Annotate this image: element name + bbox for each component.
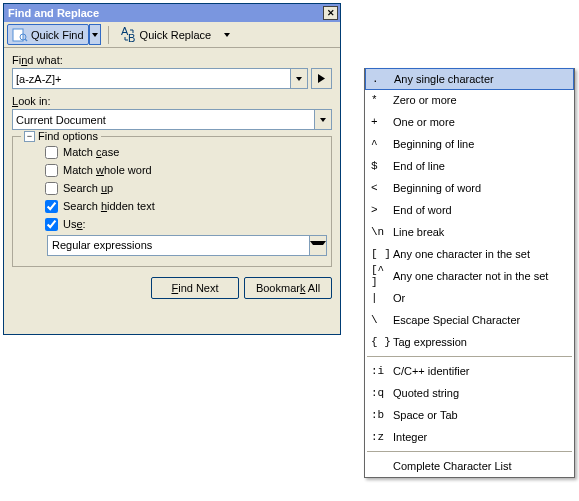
menu-complete-list[interactable]: Complete Character List (365, 455, 574, 477)
menu-label: Beginning of line (393, 138, 474, 150)
menu-item[interactable]: :iC/C++ identifier (365, 360, 574, 382)
menu-item[interactable]: <Beginning of word (365, 177, 574, 199)
find-next-button[interactable]: Find Next (151, 277, 239, 299)
quick-find-icon (12, 27, 28, 43)
quick-find-dropdown[interactable] (89, 24, 101, 45)
separator (108, 26, 109, 44)
menu-item[interactable]: +One or more (365, 111, 574, 133)
menu-label: One or more (393, 116, 455, 128)
menu-label: Zero or more (393, 94, 457, 106)
menu-item[interactable]: :bSpace or Tab (365, 404, 574, 426)
menu-symbol: :q (371, 387, 393, 399)
search-up-label: Search up (63, 182, 113, 194)
close-icon[interactable]: ✕ (323, 6, 338, 20)
search-up-checkbox[interactable] (45, 182, 58, 195)
chevron-down-icon (92, 33, 98, 37)
menu-symbol: $ (371, 160, 393, 172)
regex-menu: .Any single character*Zero or more+One o… (364, 68, 575, 478)
menu-item[interactable]: :zInteger (365, 426, 574, 448)
menu-symbol: [ ] (371, 248, 393, 260)
quick-replace-icon: AB (121, 27, 137, 43)
quick-replace-button[interactable]: AB Quick Replace (116, 24, 217, 45)
menu-label: Quoted string (393, 387, 459, 399)
menu-label: Any one character not in the set (393, 270, 548, 282)
find-replace-dialog: Find and Replace ✕ Quick Find AB Quick R… (3, 3, 341, 335)
svg-line-2 (25, 39, 27, 41)
menu-item[interactable]: [^ ]Any one character not in the set (365, 265, 574, 287)
menu-separator (367, 356, 572, 357)
use-checkbox[interactable] (45, 218, 58, 231)
menu-item[interactable]: \Escape Special Character (365, 309, 574, 331)
find-what-combo[interactable] (12, 68, 308, 89)
menu-label: Any one character in the set (393, 248, 530, 260)
quick-replace-dropdown[interactable] (220, 25, 232, 44)
find-what-label: Find what: (12, 54, 332, 66)
quick-find-label: Quick Find (31, 29, 84, 41)
menu-item[interactable]: ^Beginning of line (365, 133, 574, 155)
menu-symbol: < (371, 182, 393, 194)
expression-builder-button[interactable] (311, 68, 332, 89)
quick-replace-label: Quick Replace (140, 29, 212, 41)
menu-label: End of word (393, 204, 452, 216)
menu-label: Beginning of word (393, 182, 481, 194)
svg-text:B: B (128, 32, 135, 43)
look-in-dropdown[interactable] (314, 110, 331, 129)
menu-symbol: [^ ] (371, 264, 393, 288)
menu-symbol: \n (371, 226, 393, 238)
menu-item[interactable]: $End of line (365, 155, 574, 177)
use-type-value: Regular expressions (48, 236, 309, 255)
menu-symbol: | (371, 292, 393, 304)
search-hidden-checkbox[interactable] (45, 200, 58, 213)
menu-label: Space or Tab (393, 409, 458, 421)
find-what-input[interactable] (13, 69, 290, 88)
menu-symbol: . (372, 73, 394, 85)
menu-symbol: * (371, 94, 393, 106)
use-label: Use: (63, 218, 86, 230)
menu-item[interactable]: [ ]Any one character in the set (365, 243, 574, 265)
chevron-down-icon (310, 241, 326, 251)
menu-item[interactable]: { }Tag expression (365, 331, 574, 353)
use-type-dropdown[interactable] (309, 236, 326, 255)
menu-symbol: :i (371, 365, 393, 377)
play-icon (317, 74, 326, 83)
use-type-combo[interactable]: Regular expressions (47, 235, 327, 256)
look-in-input[interactable] (13, 110, 314, 129)
collapse-icon[interactable]: − (24, 131, 35, 142)
look-in-combo[interactable] (12, 109, 332, 130)
menu-symbol: { } (371, 336, 393, 348)
menu-label: Line break (393, 226, 444, 238)
menu-item[interactable]: \nLine break (365, 221, 574, 243)
find-options-group: − Find options Match case Match whole wo… (12, 136, 332, 267)
menu-symbol: :z (371, 431, 393, 443)
menu-symbol: ^ (371, 138, 393, 150)
chevron-down-icon (296, 77, 302, 81)
chevron-down-icon (320, 118, 326, 122)
bookmark-all-button[interactable]: Bookmark All (244, 277, 332, 299)
menu-symbol: + (371, 116, 393, 128)
toolbar: Quick Find AB Quick Replace (4, 22, 340, 48)
find-options-legend: − Find options (21, 130, 101, 142)
match-whole-checkbox[interactable] (45, 164, 58, 177)
window-title: Find and Replace (8, 7, 99, 19)
menu-symbol: \ (371, 314, 393, 326)
menu-item[interactable]: >End of word (365, 199, 574, 221)
look-in-label: Look in: (12, 95, 332, 107)
menu-item[interactable]: :qQuoted string (365, 382, 574, 404)
menu-label: Any single character (394, 73, 494, 85)
match-whole-label: Match whole word (63, 164, 152, 176)
match-case-checkbox[interactable] (45, 146, 58, 159)
match-case-label: Match case (63, 146, 119, 158)
find-what-dropdown[interactable] (290, 69, 307, 88)
menu-item[interactable]: .Any single character (365, 68, 574, 90)
menu-label: End of line (393, 160, 445, 172)
menu-item[interactable]: |Or (365, 287, 574, 309)
menu-label: Or (393, 292, 405, 304)
menu-label: Integer (393, 431, 427, 443)
menu-label: Escape Special Character (393, 314, 520, 326)
menu-item[interactable]: *Zero or more (365, 89, 574, 111)
chevron-down-icon (224, 33, 230, 37)
menu-label: C/C++ identifier (393, 365, 469, 377)
titlebar[interactable]: Find and Replace ✕ (4, 4, 340, 22)
menu-label: Tag expression (393, 336, 467, 348)
quick-find-button[interactable]: Quick Find (7, 24, 89, 45)
